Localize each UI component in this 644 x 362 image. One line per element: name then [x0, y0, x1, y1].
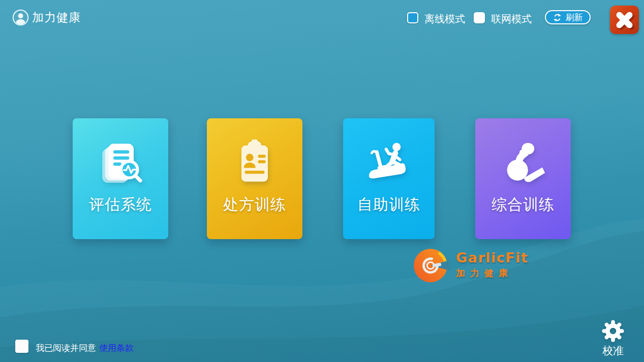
card-self-training-label: 自助训练: [357, 194, 420, 215]
card-assessment-label: 评估系统: [89, 194, 152, 215]
garlicfit-logo-icon: [412, 247, 449, 284]
agree-statement: 我已阅读并同意: [36, 343, 96, 353]
treadmill-runner-icon: [362, 137, 415, 189]
online-mode-checkbox[interactable]: [474, 12, 485, 23]
card-assessment-system[interactable]: 评估系统: [73, 118, 168, 239]
close-x-icon: [610, 6, 639, 34]
terms-agree-checkbox[interactable]: [15, 340, 28, 353]
offline-mode-checkbox[interactable]: [407, 12, 418, 23]
card-prescription-label: 处方训练: [223, 194, 286, 215]
card-comprehensive-label: 综合训练: [492, 194, 555, 215]
assessment-report-icon: [94, 137, 147, 189]
close-button[interactable]: [610, 6, 639, 34]
refresh-button[interactable]: 刷新: [545, 10, 591, 24]
calibration-label[interactable]: 校准: [595, 344, 631, 358]
brand-text: GarlicFit 加力健康: [456, 250, 528, 279]
card-self-training[interactable]: 自助训练: [343, 118, 435, 239]
bicep-muscle-icon: [497, 137, 549, 189]
user-avatar-icon[interactable]: [12, 9, 29, 26]
terms-of-use-link[interactable]: 使用条款: [99, 343, 134, 353]
offline-mode-label: 离线模式: [424, 12, 465, 26]
page-title: 加力健康: [32, 10, 81, 25]
app-screen: 加力健康 离线模式 联网模式 刷新: [0, 0, 644, 362]
calibration-gear-icon[interactable]: [601, 319, 625, 343]
terms-agree-text: 我已阅读并同意使用条款: [36, 342, 134, 354]
card-comprehensive-training[interactable]: 综合训练: [475, 118, 571, 239]
refresh-label: 刷新: [566, 12, 583, 23]
online-mode-label: 联网模式: [491, 12, 532, 26]
card-prescription-training[interactable]: 处方训练: [207, 118, 302, 239]
brand-name-cn: 加力健康: [456, 267, 528, 279]
refresh-icon: [553, 13, 562, 22]
brand-name-en: GarlicFit: [456, 250, 528, 266]
prescription-clipboard-icon: [228, 137, 281, 189]
